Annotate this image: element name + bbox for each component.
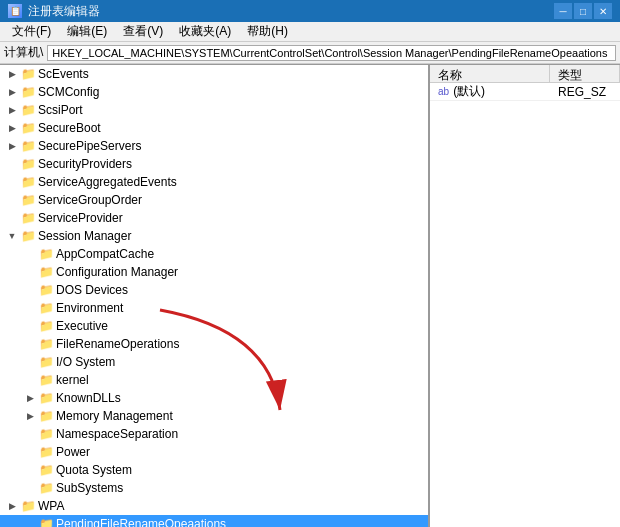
tree-expander-icon[interactable] (0, 65, 20, 83)
tree-expander-icon[interactable] (0, 137, 20, 155)
tree-expander-icon[interactable] (0, 119, 20, 137)
close-button[interactable]: ✕ (594, 3, 612, 19)
folder-icon (20, 211, 36, 225)
tree-item[interactable]: Memory Management (0, 407, 428, 425)
reg-type-cell: REG_SZ (550, 85, 620, 99)
tree-item-label: Memory Management (54, 409, 173, 423)
tree-item[interactable]: kernel (0, 371, 428, 389)
tree-item[interactable]: PendingFileRenameOpeaations (0, 515, 428, 527)
menu-item[interactable]: 查看(V) (115, 21, 171, 42)
tree-item[interactable]: ServiceGroupOrder (0, 191, 428, 209)
tree-item[interactable]: ServiceProvider (0, 209, 428, 227)
folder-icon (20, 85, 36, 99)
reg-name-text: (默认) (453, 83, 485, 100)
folder-icon (20, 175, 36, 189)
tree-item[interactable]: Executive (0, 317, 428, 335)
tree-expander-icon[interactable] (0, 101, 20, 119)
tree-item-label: Quota System (54, 463, 132, 477)
folder-icon (20, 67, 36, 81)
folder-icon (38, 247, 54, 261)
tree-item-label: Environment (54, 301, 123, 315)
col-header-type[interactable]: 类型 (550, 65, 620, 82)
tree-item-label: Session Manager (36, 229, 131, 243)
tree-expander-icon[interactable] (0, 83, 20, 101)
tree-item-label: Power (54, 445, 90, 459)
tree-expander-icon[interactable] (0, 497, 20, 515)
tree-item[interactable]: ScsiPort (0, 101, 428, 119)
menu-item[interactable]: 帮助(H) (239, 21, 296, 42)
tree-item-label: DOS Devices (54, 283, 128, 297)
title-text: 注册表编辑器 (28, 3, 100, 20)
tree-item[interactable]: SecureBoot (0, 119, 428, 137)
tree-item[interactable]: KnownDLLs (0, 389, 428, 407)
tree-item[interactable]: SubSystems (0, 479, 428, 497)
tree-item[interactable]: Configuration Manager (0, 263, 428, 281)
menu-item[interactable]: 文件(F) (4, 21, 59, 42)
tree-item-label: Executive (54, 319, 108, 333)
tree-item-label: ServiceProvider (36, 211, 123, 225)
tree-item-label: KnownDLLs (54, 391, 121, 405)
col-header-name[interactable]: 名称 (430, 65, 550, 82)
folder-icon (20, 121, 36, 135)
tree-item[interactable]: DOS Devices (0, 281, 428, 299)
address-path[interactable]: HKEY_LOCAL_MACHINE\SYSTEM\CurrentControl… (47, 45, 616, 61)
tree-item[interactable]: NamespaceSeparation (0, 425, 428, 443)
folder-icon (20, 157, 36, 171)
folder-icon (20, 139, 36, 153)
registry-row[interactable]: ab(默认)REG_SZ (430, 83, 620, 101)
tree-item-label: SecurePipeServers (36, 139, 141, 153)
tree-expander-icon[interactable] (0, 407, 38, 425)
title-bar-left: 📋 注册表编辑器 (8, 3, 100, 20)
menu-item[interactable]: 收藏夹(A) (171, 21, 239, 42)
title-bar-controls: ─ □ ✕ (554, 3, 612, 19)
menu-bar: 文件(F)编辑(E)查看(V)收藏夹(A)帮助(H) (0, 22, 620, 42)
folder-icon (38, 373, 54, 387)
folder-icon (38, 265, 54, 279)
folder-icon (20, 193, 36, 207)
tree-item-label: NamespaceSeparation (54, 427, 178, 441)
tree-item[interactable]: SCMConfig (0, 83, 428, 101)
folder-icon (38, 445, 54, 459)
title-bar: 📋 注册表编辑器 ─ □ ✕ (0, 0, 620, 22)
tree-item[interactable]: I/O System (0, 353, 428, 371)
tree-item-label: PendingFileRenameOpeaations (54, 517, 226, 527)
app-icon: 📋 (8, 4, 22, 18)
maximize-button[interactable]: □ (574, 3, 592, 19)
folder-icon (38, 463, 54, 477)
tree-item[interactable]: ScEvents (0, 65, 428, 83)
folder-icon (38, 283, 54, 297)
reg-name-cell: ab(默认) (430, 83, 550, 100)
menu-item[interactable]: 编辑(E) (59, 21, 115, 42)
tree-item-label: WPA (36, 499, 64, 513)
folder-icon (20, 499, 36, 513)
address-label: 计算机\ (4, 44, 43, 61)
folder-icon (20, 103, 36, 117)
tree-item-label: ScsiPort (36, 103, 83, 117)
tree-item[interactable]: Power (0, 443, 428, 461)
folder-icon (38, 391, 54, 405)
tree-item[interactable]: FileRenameOperations (0, 335, 428, 353)
right-panel[interactable]: 名称 类型 ab(默认)REG_SZ (430, 65, 620, 527)
tree-item[interactable]: AppCompatCache (0, 245, 428, 263)
tree-panel[interactable]: ScEventsSCMConfigScsiPortSecureBootSecur… (0, 65, 430, 527)
tree-item[interactable]: SecurityProviders (0, 155, 428, 173)
tree-expander-icon[interactable] (0, 389, 38, 407)
tree-item[interactable]: Session Manager (0, 227, 428, 245)
right-panel-header: 名称 类型 (430, 65, 620, 83)
folder-icon (38, 517, 54, 527)
minimize-button[interactable]: ─ (554, 3, 572, 19)
folder-icon (38, 355, 54, 369)
tree-item[interactable]: Environment (0, 299, 428, 317)
tree-item[interactable]: ServiceAggregatedEvents (0, 173, 428, 191)
tree-expander-icon[interactable] (0, 227, 20, 245)
tree-item-label: ServiceAggregatedEvents (36, 175, 177, 189)
tree-item[interactable]: WPA (0, 497, 428, 515)
tree-item[interactable]: Quota System (0, 461, 428, 479)
folder-icon (38, 409, 54, 423)
folder-icon (38, 337, 54, 351)
reg-value-icon: ab (438, 86, 449, 97)
folder-icon (38, 481, 54, 495)
tree-item-label: SecurityProviders (36, 157, 132, 171)
tree-item[interactable]: SecurePipeServers (0, 137, 428, 155)
address-bar: 计算机\ HKEY_LOCAL_MACHINE\SYSTEM\CurrentCo… (0, 42, 620, 64)
